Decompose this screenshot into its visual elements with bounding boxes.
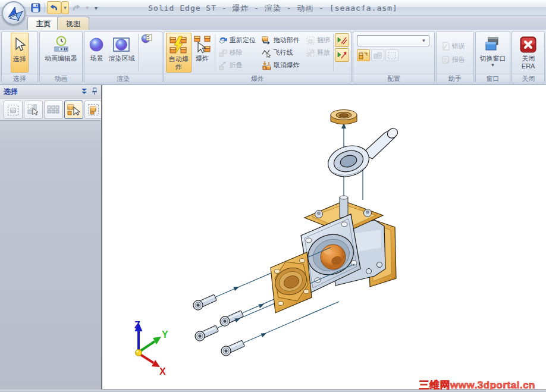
model-viewport[interactable]: Z Y X 三维网www.3dportal.cn: [101, 85, 546, 390]
group-label-assistant: 助手: [437, 74, 473, 83]
ribbon-group-render: 场景 渲染区域: [84, 31, 162, 83]
unexplode-button[interactable]: 取消爆炸: [261, 59, 301, 71]
bind-button[interactable]: 捆绑: [305, 34, 331, 46]
errors-button[interactable]: 错误: [440, 40, 472, 52]
explode-icon: [193, 35, 211, 55]
drag-part-icon: [262, 36, 272, 45]
watermark-text: 三维网www.3dportal.cn: [419, 380, 535, 390]
ribbon-group-animation: 动画编辑器 动画: [39, 31, 83, 83]
show-flow-arrows-toggle[interactable]: [335, 48, 349, 62]
remove-button[interactable]: 移除: [217, 46, 257, 59]
render-area-button[interactable]: 渲染区域: [106, 33, 136, 73]
coordinate-triad: Z Y X: [134, 320, 168, 377]
render-area-icon: [112, 35, 130, 55]
config-assembly-button[interactable]: [371, 49, 384, 61]
scene-sphere-icon: [88, 35, 105, 55]
ribbon-group-close: 关闭 ERA 关闭: [512, 31, 545, 83]
ribbon-group-window: 切换窗口 ▼ 窗口: [475, 31, 511, 83]
ribbon-group-select: 选择 选择: [1, 31, 38, 83]
window-title: Solid Edge ST - 爆炸 - 渲染 - 动画 - [seaacfa.…: [0, 3, 546, 14]
report-button[interactable]: 报告: [440, 54, 472, 66]
combobox-dropdown-icon[interactable]: ▼: [419, 37, 428, 45]
ribbon-group-assistant: 错误 报告 助手: [436, 31, 474, 83]
group-label-window: 窗口: [476, 74, 510, 83]
select-panel-title: 选择: [4, 87, 77, 97]
close-era-button[interactable]: 关闭 ERA: [517, 33, 539, 73]
config-display-button[interactable]: [357, 49, 370, 61]
reposition-icon: [218, 36, 228, 45]
window-bottom-edge: [0, 390, 546, 392]
title-bar: ▼ ▼ ▾ Solid Edge ST - 爆炸 - 渲染 - 动画 - [se…: [0, 0, 546, 15]
group-label-render: 渲染: [84, 74, 161, 83]
ribbon-group-config: ▼: [353, 31, 434, 83]
explode-button[interactable]: 爆炸: [192, 33, 213, 73]
select-mode-box-button[interactable]: [4, 101, 23, 119]
switch-window-dropdown-icon: ▼: [490, 62, 495, 68]
part-bolts[interactable]: [192, 293, 245, 357]
select-panel-header: 选择: [0, 85, 101, 98]
part-handle[interactable]: [324, 127, 399, 181]
select-toolbar: [0, 98, 101, 121]
show-flow-lines-toggle[interactable]: [335, 33, 349, 47]
panel-collapse-button[interactable]: [80, 86, 88, 97]
exploded-assembly-view: Z Y X 三维网www.3dportal.cn: [102, 85, 546, 390]
cube-cursor-icon: [67, 104, 81, 117]
select-panel: 选择: [0, 85, 101, 390]
render-options-button[interactable]: [140, 33, 153, 45]
release-button[interactable]: 释放: [305, 46, 331, 59]
animation-editor-button[interactable]: 动画编辑器: [43, 33, 79, 73]
unexplode-icon: [262, 61, 272, 70]
collapse-icon: [218, 61, 228, 70]
ribbon-group-explode: 自动爆炸 爆炸: [164, 31, 352, 83]
flow-arrows-icon: [337, 50, 347, 60]
part-left-flange[interactable]: [271, 252, 312, 313]
flight-lines-button[interactable]: 飞行线: [261, 46, 301, 59]
reposition-button[interactable]: 重新定位: [217, 34, 257, 46]
drag-part-button[interactable]: 拖动部件: [261, 34, 301, 46]
switch-window-icon: [484, 35, 501, 55]
collapse-button[interactable]: 折叠: [217, 59, 257, 71]
group-label-close: 关闭: [512, 74, 544, 83]
select-mode-parts-button[interactable]: [24, 101, 43, 119]
solid-edge-window: ▼ ▼ ▾ Solid Edge ST - 爆炸 - 渲染 - 动画 - [se…: [0, 0, 546, 392]
group-label-animation: 动画: [40, 74, 83, 83]
config-zone-button[interactable]: [385, 49, 398, 61]
render-group-separator: [138, 34, 139, 71]
application-button[interactable]: [2, 1, 26, 25]
select-mode-components-button[interactable]: [44, 101, 63, 119]
dashed-box-icon: [7, 104, 19, 116]
group-label-select: 选择: [2, 74, 37, 83]
axis-label-y: Y: [162, 330, 168, 340]
remove-icon: [218, 48, 228, 58]
tab-view[interactable]: 视图: [57, 17, 89, 30]
select-mode-top-level-button[interactable]: [64, 101, 83, 119]
auto-explode-button[interactable]: 自动爆炸: [166, 33, 192, 73]
explode-sep-1: [215, 34, 215, 71]
scene-button[interactable]: 场景: [86, 33, 106, 73]
select-tool-button[interactable]: 选择: [11, 33, 29, 73]
parts-cursor-icon: [27, 104, 40, 117]
panel-pin-button[interactable]: [92, 86, 98, 97]
config-assembly-icon: [373, 51, 382, 60]
cursor-arrow-icon: [13, 35, 26, 55]
auto-explode-icon: [169, 35, 188, 55]
render-options-icon: [141, 33, 153, 44]
close-icon: [519, 35, 537, 55]
group-label-explode: 爆炸: [164, 74, 352, 83]
part-stem-nut[interactable]: [331, 110, 357, 125]
pushpin-icon: [92, 87, 98, 95]
switch-window-button[interactable]: 切换窗口 ▼: [478, 33, 507, 73]
axis-label-x: X: [159, 366, 166, 377]
config-display-icon: [359, 51, 368, 60]
group-label-config: 配置: [353, 74, 434, 83]
flow-lines-icon: [337, 35, 347, 45]
axis-label-z: Z: [134, 320, 140, 330]
explode-sep-2: [333, 34, 334, 71]
tab-home[interactable]: 主页: [27, 17, 59, 30]
component-pairs-icon: [46, 104, 61, 116]
animation-editor-icon: [52, 35, 70, 55]
configuration-combobox[interactable]: ▼: [357, 35, 429, 46]
bind-icon: [306, 36, 315, 45]
release-icon: [306, 48, 315, 58]
config-zone-icon: [387, 51, 397, 60]
